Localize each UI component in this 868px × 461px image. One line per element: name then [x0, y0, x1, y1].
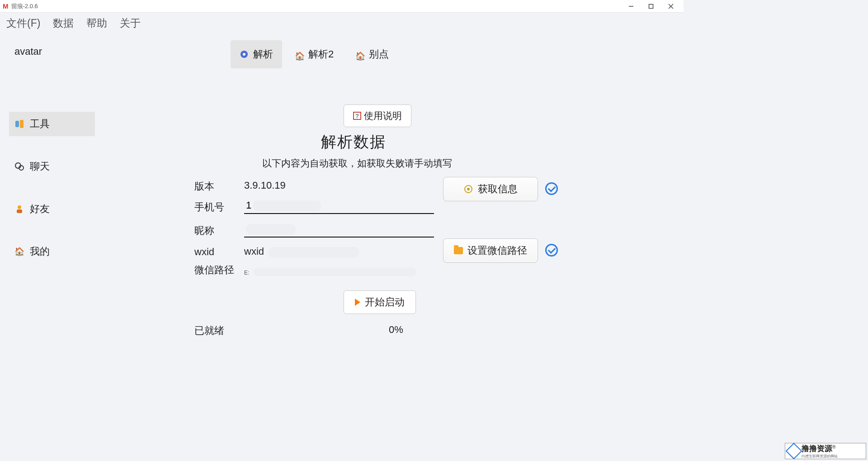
medal-icon: [463, 184, 473, 194]
row-nickname: 昵称: [194, 222, 684, 238]
close-icon: [668, 4, 674, 9]
tab-parse[interactable]: 解析: [231, 40, 282, 68]
camera-icon: [240, 50, 249, 59]
section-title: 解析数据: [321, 132, 684, 152]
sidebar-item-label: 工具: [30, 117, 50, 131]
status-label: 已就绪: [194, 324, 244, 337]
menu-help[interactable]: 帮助: [86, 16, 107, 30]
row-phone: 手机号: [194, 199, 684, 214]
row-version: 版本 3.9.10.19: [194, 180, 684, 193]
version-value: 3.9.10.19: [244, 180, 286, 193]
version-label: 版本: [194, 180, 244, 193]
tab-dont-click[interactable]: 别点: [346, 40, 398, 68]
minimize-icon: [628, 4, 634, 9]
svg-rect-1: [649, 4, 653, 8]
start-button-label: 开始启动: [365, 295, 405, 309]
tab-label: 解析2: [308, 48, 334, 61]
svg-rect-5: [20, 120, 24, 128]
get-info-label: 获取信息: [478, 182, 518, 196]
get-info-check-icon: [545, 182, 558, 195]
status-row: 已就绪 0%: [194, 324, 684, 337]
folder-icon: [454, 247, 463, 254]
play-icon: [355, 299, 360, 306]
path-label: 微信路径: [194, 263, 244, 277]
window-close-button[interactable]: [661, 0, 681, 13]
svg-rect-4: [15, 121, 19, 127]
svg-point-13: [467, 188, 470, 190]
menubar: 文件(F) 数据 帮助 关于: [0, 13, 684, 37]
sidebar-item-label: 聊天: [30, 160, 50, 173]
sidebar-item-friends[interactable]: 好友: [9, 197, 95, 221]
maximize-icon: [648, 4, 654, 9]
set-wechat-path-button[interactable]: 设置微信路径: [443, 238, 538, 263]
menu-file[interactable]: 文件(F): [6, 16, 40, 30]
wxid-value: wxid: [244, 246, 264, 259]
help-button-label: 使用说明: [364, 109, 402, 122]
wxid-label: wxid: [194, 246, 244, 258]
tab-label: 解析: [253, 48, 273, 61]
window-titlebar: M 留痕-2.0.6: [0, 0, 684, 13]
phone-label: 手机号: [194, 200, 244, 214]
tab-parse2[interactable]: 解析2: [286, 40, 343, 68]
menu-data[interactable]: 数据: [53, 16, 74, 30]
sidebar-item-mine[interactable]: 我的: [9, 239, 95, 264]
sidebar-item-tools[interactable]: 工具: [9, 112, 95, 136]
house-icon: [14, 247, 24, 257]
house-icon: [295, 50, 304, 59]
form-zone: 获取信息 版本 3.9.10.19 手机号 昵称: [194, 180, 684, 277]
svg-point-8: [18, 205, 21, 209]
set-path-check-icon: [545, 244, 558, 257]
path-value: E:: [244, 270, 249, 276]
nickname-label: 昵称: [194, 224, 244, 238]
friends-icon: [14, 204, 24, 214]
sidebar: avatar 工具 聊天 好友 我的: [0, 37, 95, 337]
tab-label: 别点: [369, 48, 389, 61]
set-path-label: 设置微信路径: [467, 244, 527, 257]
sidebar-item-label: 我的: [30, 245, 50, 258]
section-subtitle: 以下内容为自动获取，如获取失败请手动填写: [262, 157, 684, 170]
chat-icon: [14, 162, 24, 171]
tools-icon: [14, 119, 24, 129]
avatar-label: avatar: [9, 46, 95, 57]
svg-point-11: [243, 53, 245, 56]
start-button[interactable]: 开始启动: [344, 290, 416, 314]
usage-help-button[interactable]: ? 使用说明: [344, 105, 411, 127]
row-wechat-path: 微信路径 E:: [194, 263, 684, 277]
main-panel: 解析 解析2 别点 ? 使用说明 解析数据 以下内容为自动获取，如获取失败请手动…: [95, 37, 684, 337]
house-icon: [355, 50, 364, 59]
window-minimize-button[interactable]: [621, 0, 641, 13]
tab-bar: 解析 解析2 别点: [231, 40, 684, 68]
sidebar-item-chat[interactable]: 聊天: [9, 154, 95, 179]
window-maximize-button[interactable]: [641, 0, 661, 13]
sidebar-item-label: 好友: [30, 202, 50, 216]
app-logo-letter: M: [3, 2, 9, 10]
content-area: ? 使用说明 解析数据 以下内容为自动获取，如获取失败请手动填写 获取信息 版本…: [95, 105, 684, 337]
progress-text: 0%: [389, 324, 403, 337]
menu-about[interactable]: 关于: [120, 16, 141, 30]
get-info-button[interactable]: 获取信息: [443, 177, 538, 201]
question-icon: ?: [353, 112, 361, 120]
row-wxid: wxid wxid: [194, 246, 684, 258]
window-title: 留痕-2.0.6: [11, 2, 38, 10]
svg-rect-9: [17, 209, 22, 213]
